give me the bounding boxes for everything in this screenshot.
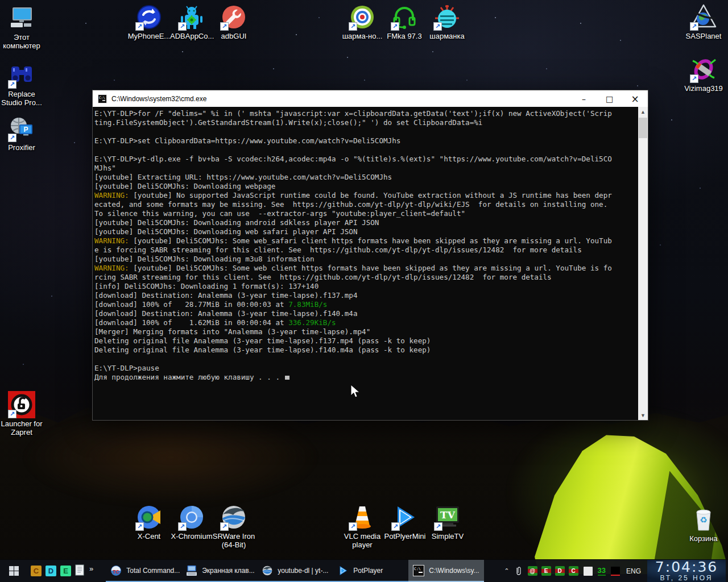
- starfield: [0, 0, 1, 1]
- start-button[interactable]: [0, 560, 27, 582]
- desktop-icon-vlc[interactable]: ↗VLC media player: [341, 504, 384, 549]
- desktop-icon-launcher-zapret[interactable]: ↗Launcher for Zapret: [0, 391, 43, 436]
- terminal-line: [download] 100% of 28.77MiB in 00:00:03 …: [94, 300, 638, 309]
- this-pc-icon: [8, 5, 35, 32]
- close-button[interactable]: ×: [622, 90, 648, 107]
- desktop-icon-srware-iron[interactable]: ↗SRWare Iron (64-Bit): [212, 504, 255, 549]
- taskbar-button-onscreen-keyboard[interactable]: Экранная клав...: [181, 560, 257, 582]
- quick-launch-overflow-icon[interactable]: »: [89, 564, 93, 573]
- desktop-icon-potplayermini[interactable]: ↗PotPlyerMini: [383, 504, 427, 541]
- cmd-window[interactable]: C:\ C:\Windows\system32\cmd.exe – □ × E:…: [92, 90, 648, 421]
- x-cent-icon: ↗: [135, 504, 163, 531]
- language-indicator[interactable]: ENG: [626, 567, 641, 575]
- disk-activity-icon-e[interactable]: E: [541, 566, 551, 576]
- temperature-indicator[interactable]: 33: [598, 566, 606, 576]
- desktop-icon-label: X-Chromium: [170, 533, 213, 541]
- maximize-button[interactable]: □: [597, 90, 622, 107]
- desktop-icon-label: Vizimag319: [682, 85, 725, 93]
- title-bar[interactable]: C:\ C:\Windows\system32\cmd.exe – □ ×: [93, 90, 648, 107]
- taskbar-button-label: PotPlayer: [353, 567, 383, 575]
- desktop-icon-x-chromium[interactable]: ↗X-Chromium: [170, 504, 213, 541]
- quick-launch-drive-c[interactable]: C: [31, 566, 42, 576]
- document-icon[interactable]: [75, 564, 84, 578]
- desktop-icon-sasplanet[interactable]: ↗SASPlanet: [682, 3, 725, 41]
- disk-activity-icon-c[interactable]: C: [569, 566, 578, 576]
- terminal-line: [download] Destination: Analemma (3-year…: [94, 291, 638, 300]
- onscreen-keyboard-icon: [186, 565, 197, 576]
- shortcut-arrow-icon: ↗: [8, 134, 16, 142]
- clock-time: 7:04:36: [655, 560, 718, 574]
- total-commander-icon: TC: [110, 565, 122, 576]
- desktop-icon-label: VLC media player: [341, 533, 384, 549]
- tray-black-icon[interactable]: [611, 567, 620, 576]
- terminal-line: [download] Destination: Analemma (3-year…: [94, 309, 638, 318]
- terminal-line: [youtube] Deli5COMJhs: Downloading andro…: [94, 218, 638, 227]
- cmd-icon: C:\: [98, 94, 107, 103]
- myphoneexplorer-icon: ↗: [135, 3, 163, 31]
- taskbar-button-total-commander[interactable]: TCTotal Command...: [106, 560, 181, 582]
- scroll-down-icon[interactable]: ▼: [638, 410, 648, 420]
- quick-launch-drive-e[interactable]: E: [60, 566, 71, 576]
- desktop-icon-replace-studio[interactable]: ↗Replace Studio Pro...: [0, 61, 43, 107]
- svg-text:TV: TV: [440, 509, 456, 521]
- quick-launch: CDE»: [27, 560, 99, 582]
- minimize-button[interactable]: –: [571, 90, 597, 107]
- scrollbar-thumb[interactable]: [639, 118, 647, 138]
- task-buttons: TCTotal Command...Экранная клав...youtub…: [106, 560, 484, 582]
- taskbar-button-browser-ytdlp[interactable]: youtube-dl | yt-...: [257, 560, 333, 582]
- desktop-icon-this-pc[interactable]: Этот компьютер: [0, 5, 43, 50]
- quick-launch-drive-d[interactable]: D: [46, 566, 56, 576]
- simpletv-icon: TV↗: [434, 504, 461, 531]
- terminal-line: [info] Deli5COMJhs: Downloading 1 format…: [94, 282, 638, 291]
- desktop-icon-label: SimpleTV: [426, 533, 469, 541]
- desktop-icon-adbappcontrol[interactable]: ↗ADBAppCo...: [170, 3, 213, 41]
- shortcut-arrow-icon: ↗: [135, 522, 144, 531]
- tray-app-icon[interactable]: [584, 567, 593, 576]
- terminal-line: [94, 127, 638, 136]
- desktop-icon-fmka[interactable]: ↗FMka 97.3: [383, 3, 426, 41]
- terminal-line: WARNING: [youtube] Deli5COMJhs: Some web…: [94, 236, 638, 246]
- desktop-icon-recycle-bin[interactable]: ♻Корзина: [682, 506, 725, 543]
- desktop-icon-sharma-no[interactable]: ↗шарма-но...: [341, 3, 384, 41]
- desktop-icon-label: шарманка: [425, 32, 469, 41]
- recycle-bin-icon: ♻: [690, 506, 717, 533]
- terminal-line: ting.FileSystemObject').GetStandardStrea…: [94, 118, 638, 127]
- terminal-cursor: [285, 376, 289, 380]
- desktop-icon-vizimag[interactable]: ↗Vizimag319: [682, 56, 725, 93]
- fmka-icon: ↗: [391, 3, 418, 31]
- vertical-scrollbar[interactable]: ▲ ▼: [638, 107, 648, 420]
- terminal-output[interactable]: E:\YT-DLP>for /F "delims=" %i in (' msht…: [93, 107, 638, 420]
- taskbar-button-label: youtube-dl | yt-...: [278, 567, 328, 575]
- paperclip-icon[interactable]: [515, 566, 523, 576]
- desktop-icon-x-cent[interactable]: ↗X-Cent: [127, 504, 171, 541]
- svg-text:C:\: C:\: [414, 567, 421, 571]
- clock[interactable]: 7:04:36 ВТ, 25 НОЯ: [647, 560, 726, 582]
- terminal-line: e is forcing SABR streaming for this cli…: [94, 246, 638, 255]
- desktop-icon-simpletv[interactable]: TV↗SimpleTV: [426, 504, 469, 541]
- sharmanka-icon: ↗: [433, 3, 461, 31]
- taskbar: CDE» TCTotal Command...Экранная клав...y…: [0, 559, 728, 582]
- tray-expand-icon[interactable]: ⌃: [504, 567, 509, 575]
- terminal-line: [youtube] Deli5COMJhs: Downloading webpa…: [94, 182, 638, 191]
- scroll-up-icon[interactable]: ▲: [638, 107, 648, 117]
- taskbar-button-cmd[interactable]: C:\C:\Windows\sy...: [408, 560, 484, 582]
- taskbar-button-label: Total Command...: [126, 567, 180, 575]
- replace-studio-icon: ↗: [8, 61, 35, 89]
- terminal-line: [Merger] Merging formats into "Analemma …: [94, 327, 638, 336]
- disk-activity-icon-at[interactable]: @: [528, 566, 537, 576]
- shortcut-arrow-icon: ↗: [434, 522, 442, 531]
- desktop-icon-label: Корзина: [682, 535, 725, 543]
- browser-ytdlp-icon: [262, 565, 273, 576]
- shortcut-arrow-icon: ↗: [391, 522, 400, 531]
- desktop-icon-label: FMka 97.3: [383, 32, 426, 41]
- adbgui-icon: ↗: [220, 3, 247, 31]
- desktop-icon-myphoneexplorer[interactable]: ↗MyPhoneE...: [127, 3, 171, 41]
- shortcut-arrow-icon: ↗: [178, 522, 187, 531]
- disk-activity-icon-d[interactable]: D: [555, 566, 565, 576]
- desktop-icon-sharmanka[interactable]: ↗шарманка: [425, 3, 469, 41]
- terminal-line: ecated, and some formats may be missing.…: [94, 200, 638, 209]
- desktop-icon-adbgui[interactable]: ↗adbGUI: [212, 3, 255, 41]
- desktop-icon-proxifier[interactable]: P↗Proxifier: [0, 115, 43, 152]
- taskbar-button-potplayer[interactable]: PotPlayer: [333, 560, 408, 582]
- shortcut-arrow-icon: ↗: [690, 22, 698, 31]
